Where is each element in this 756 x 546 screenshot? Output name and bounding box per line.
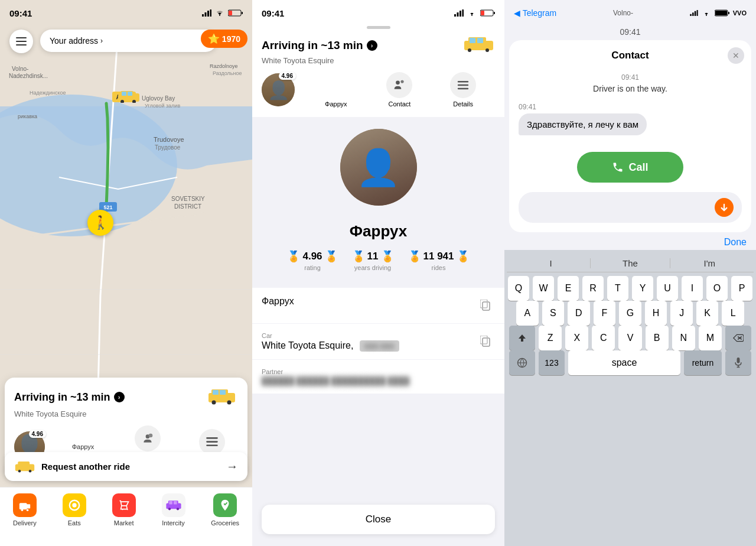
key-123[interactable]: 123 bbox=[539, 350, 565, 375]
key-space[interactable]: space bbox=[568, 350, 680, 375]
svg-text:DISTRICT: DISTRICT bbox=[174, 203, 201, 210]
message-input-container[interactable] bbox=[519, 192, 742, 223]
address-bar[interactable]: Your address › bbox=[40, 30, 217, 52]
key-q[interactable]: Q bbox=[508, 276, 529, 301]
key-p[interactable]: P bbox=[731, 276, 752, 301]
battery-icon bbox=[228, 9, 243, 17]
key-g[interactable]: G bbox=[619, 301, 641, 326]
contact-action-circle[interactable] bbox=[135, 425, 161, 451]
svg-rect-86 bbox=[480, 300, 487, 308]
driver-signal-icon bbox=[454, 9, 464, 17]
key-m[interactable]: M bbox=[699, 326, 722, 350]
address-text: Your address bbox=[50, 36, 98, 46]
svg-rect-27 bbox=[229, 11, 232, 15]
svg-rect-39 bbox=[213, 390, 219, 395]
suggestion-2[interactable]: The bbox=[591, 258, 670, 268]
svg-rect-92 bbox=[696, 10, 698, 16]
key-a[interactable]: A bbox=[516, 301, 539, 326]
key-c[interactable]: C bbox=[592, 326, 615, 350]
key-s[interactable]: S bbox=[542, 301, 565, 326]
send-button[interactable] bbox=[715, 198, 734, 217]
key-r[interactable]: R bbox=[582, 276, 604, 301]
taxi-on-map bbox=[117, 90, 141, 105]
eats-icon bbox=[68, 499, 81, 512]
key-w[interactable]: W bbox=[533, 276, 554, 301]
menu-button[interactable] bbox=[9, 30, 33, 53]
key-j[interactable]: J bbox=[670, 301, 693, 326]
call-button[interactable]: Call bbox=[577, 152, 683, 183]
key-t[interactable]: T bbox=[607, 276, 628, 301]
key-z[interactable]: Z bbox=[539, 326, 562, 350]
svg-text:Nadezhdinsk...: Nadezhdinsk... bbox=[9, 73, 48, 79]
done-button[interactable]: Done bbox=[724, 237, 747, 248]
suggestion-1[interactable]: I bbox=[511, 258, 591, 268]
key-f[interactable]: F bbox=[594, 301, 616, 326]
car-plate: ■■■ ■■■ bbox=[360, 340, 399, 352]
tab-market[interactable]: Market bbox=[112, 493, 136, 526]
key-k[interactable]: K bbox=[696, 301, 719, 326]
key-v[interactable]: V bbox=[618, 326, 641, 350]
key-e[interactable]: E bbox=[558, 276, 579, 301]
car-name-text: White Toyota Esquire bbox=[14, 410, 238, 418]
svg-point-55 bbox=[127, 509, 128, 511]
svg-rect-88 bbox=[480, 336, 487, 344]
shift-icon bbox=[517, 333, 527, 343]
call-label: Call bbox=[628, 161, 648, 174]
key-y[interactable]: Y bbox=[632, 276, 653, 301]
key-h[interactable]: H bbox=[645, 301, 667, 326]
groceries-icon bbox=[219, 499, 232, 512]
close-contact-button[interactable]: ✕ bbox=[728, 47, 744, 64]
driver-wifi-icon bbox=[467, 9, 477, 17]
key-o[interactable]: O bbox=[706, 276, 728, 301]
copy-car-button[interactable] bbox=[476, 332, 495, 351]
key-shift[interactable] bbox=[509, 326, 535, 350]
driver-battery-icon bbox=[480, 9, 495, 17]
msg-status: Driver is on the way. bbox=[519, 84, 742, 93]
key-n[interactable]: N bbox=[672, 326, 695, 350]
tab-delivery[interactable]: Delivery bbox=[13, 493, 37, 526]
key-x[interactable]: X bbox=[565, 326, 588, 350]
points-badge[interactable]: ⭐ 1970 bbox=[201, 30, 247, 48]
key-globe[interactable] bbox=[509, 350, 535, 375]
message-input[interactable] bbox=[527, 203, 715, 213]
contact-circle-sheet[interactable] bbox=[386, 72, 412, 98]
signal-icon bbox=[202, 9, 211, 17]
market-icon-bg bbox=[112, 493, 136, 517]
key-l[interactable]: L bbox=[722, 301, 744, 326]
details-circle-sheet[interactable] bbox=[450, 72, 476, 98]
tab-eats[interactable]: Eats bbox=[63, 493, 86, 526]
key-u[interactable]: U bbox=[657, 276, 678, 301]
close-driver-button[interactable]: Close bbox=[262, 505, 495, 534]
svg-point-64 bbox=[18, 469, 21, 472]
telegram-back[interactable]: ◀ Telegram bbox=[514, 8, 556, 18]
svg-point-61 bbox=[176, 508, 178, 510]
svg-rect-77 bbox=[477, 38, 483, 43]
delivery-icon bbox=[18, 499, 31, 512]
partner-sublabel: Partner bbox=[262, 368, 495, 375]
car-thumbnail-icon bbox=[206, 387, 238, 405]
delivery-label: Delivery bbox=[13, 519, 37, 526]
contact-driver-action[interactable]: Contact bbox=[386, 72, 412, 108]
svg-rect-96 bbox=[715, 11, 727, 15]
suggestion-3[interactable]: I'm bbox=[670, 258, 749, 268]
svg-point-50 bbox=[21, 509, 24, 511]
svg-rect-68 bbox=[460, 11, 461, 17]
laurel-right-years: 🏅 bbox=[381, 250, 394, 263]
key-b[interactable]: B bbox=[646, 326, 669, 350]
svg-rect-90 bbox=[692, 12, 694, 16]
contact-icon bbox=[142, 433, 154, 444]
driver-status-time: 09:41 bbox=[262, 8, 284, 18]
key-i[interactable]: I bbox=[682, 276, 703, 301]
copy-name-button[interactable] bbox=[476, 296, 495, 315]
details-action-circle[interactable] bbox=[199, 429, 225, 455]
key-mic[interactable] bbox=[725, 350, 751, 375]
tab-intercity[interactable]: Intercity bbox=[162, 493, 185, 526]
key-d[interactable]: D bbox=[568, 301, 590, 326]
key-return[interactable]: return bbox=[684, 350, 722, 375]
svg-point-78 bbox=[468, 48, 471, 52]
request-ride-bar[interactable]: Request another ride → bbox=[5, 452, 247, 481]
details-driver-action[interactable]: Details bbox=[450, 72, 476, 108]
key-delete[interactable] bbox=[725, 326, 751, 350]
svg-rect-63 bbox=[18, 462, 30, 467]
tab-groceries[interactable]: Groceries bbox=[211, 493, 239, 526]
